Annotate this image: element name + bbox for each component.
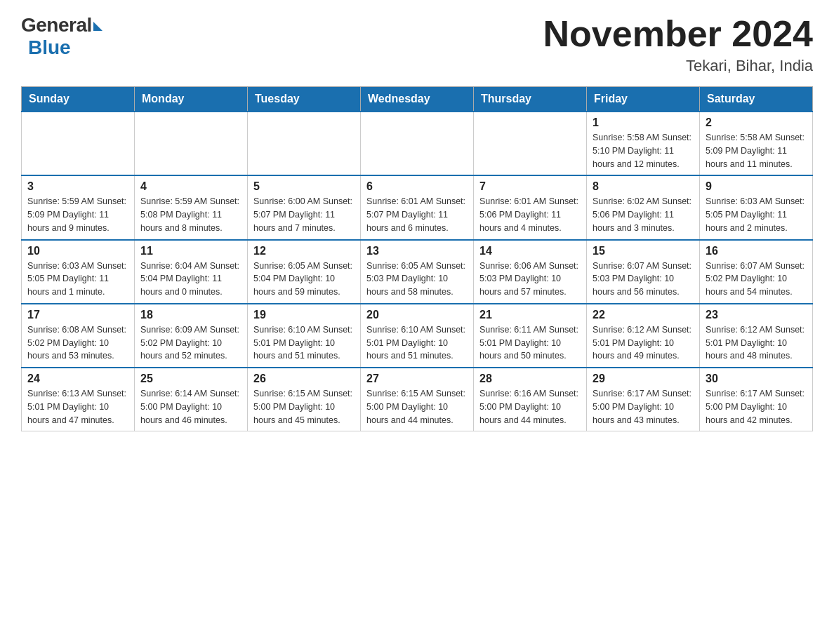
calendar-week-row: 3Sunrise: 5:59 AM Sunset: 5:09 PM Daylig…: [22, 175, 813, 239]
location-subtitle: Tekari, Bihar, India: [543, 57, 813, 75]
day-number: 15: [593, 245, 694, 257]
weekday-header-thursday: Thursday: [474, 87, 587, 112]
calendar-cell: [22, 112, 135, 175]
calendar-cell: 17Sunrise: 6:08 AM Sunset: 5:02 PM Dayli…: [22, 304, 135, 368]
day-info: Sunrise: 6:15 AM Sunset: 5:00 PM Dayligh…: [253, 387, 355, 427]
day-info: Sunrise: 6:01 AM Sunset: 5:07 PM Dayligh…: [366, 195, 468, 234]
calendar-cell: 25Sunrise: 6:14 AM Sunset: 5:00 PM Dayli…: [135, 368, 248, 431]
day-info: Sunrise: 6:09 AM Sunset: 5:02 PM Dayligh…: [140, 323, 241, 363]
calendar-cell: 27Sunrise: 6:15 AM Sunset: 5:00 PM Dayli…: [361, 368, 474, 431]
calendar-cell: 10Sunrise: 6:03 AM Sunset: 5:05 PM Dayli…: [22, 240, 135, 304]
logo-blue-text: Blue: [24, 36, 71, 59]
day-info: Sunrise: 6:13 AM Sunset: 5:01 PM Dayligh…: [27, 387, 128, 427]
calendar-cell: 7Sunrise: 6:01 AM Sunset: 5:06 PM Daylig…: [474, 175, 587, 239]
day-info: Sunrise: 6:01 AM Sunset: 5:06 PM Dayligh…: [479, 195, 581, 234]
calendar-cell: 4Sunrise: 5:59 AM Sunset: 5:08 PM Daylig…: [135, 175, 248, 239]
day-number: 3: [27, 180, 128, 193]
day-info: Sunrise: 6:15 AM Sunset: 5:00 PM Dayligh…: [366, 387, 468, 427]
calendar-cell: 21Sunrise: 6:11 AM Sunset: 5:01 PM Dayli…: [474, 304, 587, 368]
page-header: General Blue November 2024 Tekari, Bihar…: [21, 14, 813, 75]
day-number: 19: [253, 309, 355, 321]
logo-triangle-icon: [93, 22, 102, 31]
calendar-table: SundayMondayTuesdayWednesdayThursdayFrid…: [21, 86, 813, 431]
calendar-cell: 28Sunrise: 6:16 AM Sunset: 5:00 PM Dayli…: [474, 368, 587, 431]
day-number: 12: [253, 245, 355, 257]
calendar-cell: 29Sunrise: 6:17 AM Sunset: 5:00 PM Dayli…: [587, 368, 700, 431]
day-number: 18: [140, 309, 241, 321]
day-number: 13: [366, 245, 468, 257]
day-number: 23: [706, 309, 807, 321]
day-number: 24: [27, 373, 128, 385]
calendar-cell: [474, 112, 587, 175]
calendar-cell: 24Sunrise: 6:13 AM Sunset: 5:01 PM Dayli…: [22, 368, 135, 431]
calendar-cell: 5Sunrise: 6:00 AM Sunset: 5:07 PM Daylig…: [248, 175, 361, 239]
day-number: 11: [140, 245, 241, 257]
day-number: 22: [593, 309, 694, 321]
calendar-cell: 18Sunrise: 6:09 AM Sunset: 5:02 PM Dayli…: [135, 304, 248, 368]
day-number: 7: [479, 180, 581, 193]
calendar-week-row: 17Sunrise: 6:08 AM Sunset: 5:02 PM Dayli…: [22, 304, 813, 368]
day-number: 27: [366, 373, 468, 385]
day-info: Sunrise: 6:06 AM Sunset: 5:03 PM Dayligh…: [479, 260, 581, 299]
calendar-cell: 1Sunrise: 5:58 AM Sunset: 5:10 PM Daylig…: [587, 112, 700, 175]
day-number: 25: [140, 373, 241, 385]
calendar-cell: 8Sunrise: 6:02 AM Sunset: 5:06 PM Daylig…: [587, 175, 700, 239]
day-number: 10: [27, 245, 128, 257]
calendar-cell: 13Sunrise: 6:05 AM Sunset: 5:03 PM Dayli…: [361, 240, 474, 304]
weekday-header-saturday: Saturday: [700, 87, 813, 112]
day-info: Sunrise: 6:11 AM Sunset: 5:01 PM Dayligh…: [479, 323, 581, 363]
day-info: Sunrise: 6:12 AM Sunset: 5:01 PM Dayligh…: [593, 323, 694, 363]
calendar-cell: 12Sunrise: 6:05 AM Sunset: 5:04 PM Dayli…: [248, 240, 361, 304]
weekday-header-tuesday: Tuesday: [248, 87, 361, 112]
calendar-cell: 2Sunrise: 5:58 AM Sunset: 5:09 PM Daylig…: [700, 112, 813, 175]
day-number: 21: [479, 309, 581, 321]
weekday-header-wednesday: Wednesday: [361, 87, 474, 112]
day-number: 28: [479, 373, 581, 385]
calendar-cell: [135, 112, 248, 175]
calendar-cell: 19Sunrise: 6:10 AM Sunset: 5:01 PM Dayli…: [248, 304, 361, 368]
calendar-cell: 3Sunrise: 5:59 AM Sunset: 5:09 PM Daylig…: [22, 175, 135, 239]
day-info: Sunrise: 6:10 AM Sunset: 5:01 PM Dayligh…: [253, 323, 355, 363]
day-info: Sunrise: 6:02 AM Sunset: 5:06 PM Dayligh…: [593, 195, 694, 234]
day-info: Sunrise: 6:12 AM Sunset: 5:01 PM Dayligh…: [706, 323, 807, 363]
day-number: 4: [140, 180, 241, 193]
day-info: Sunrise: 6:16 AM Sunset: 5:00 PM Dayligh…: [479, 387, 581, 427]
day-info: Sunrise: 6:10 AM Sunset: 5:01 PM Dayligh…: [366, 323, 468, 363]
day-info: Sunrise: 6:08 AM Sunset: 5:02 PM Dayligh…: [27, 323, 128, 363]
day-number: 5: [253, 180, 355, 193]
calendar-cell: 22Sunrise: 6:12 AM Sunset: 5:01 PM Dayli…: [587, 304, 700, 368]
weekday-header-sunday: Sunday: [22, 87, 135, 112]
weekday-header-monday: Monday: [135, 87, 248, 112]
calendar-cell: 9Sunrise: 6:03 AM Sunset: 5:05 PM Daylig…: [700, 175, 813, 239]
day-number: 20: [366, 309, 468, 321]
calendar-week-row: 10Sunrise: 6:03 AM Sunset: 5:05 PM Dayli…: [22, 240, 813, 304]
day-number: 26: [253, 373, 355, 385]
day-info: Sunrise: 6:05 AM Sunset: 5:04 PM Dayligh…: [253, 260, 355, 299]
day-info: Sunrise: 6:00 AM Sunset: 5:07 PM Dayligh…: [253, 195, 355, 234]
month-year-title: November 2024: [543, 14, 813, 54]
day-info: Sunrise: 6:07 AM Sunset: 5:02 PM Dayligh…: [706, 260, 807, 299]
day-number: 9: [706, 180, 807, 193]
calendar-cell: 20Sunrise: 6:10 AM Sunset: 5:01 PM Dayli…: [361, 304, 474, 368]
day-info: Sunrise: 6:14 AM Sunset: 5:00 PM Dayligh…: [140, 387, 241, 427]
day-number: 2: [706, 116, 807, 129]
day-number: 17: [27, 309, 128, 321]
day-number: 30: [706, 373, 807, 385]
calendar-cell: 15Sunrise: 6:07 AM Sunset: 5:03 PM Dayli…: [587, 240, 700, 304]
day-number: 14: [479, 245, 581, 257]
calendar-cell: 14Sunrise: 6:06 AM Sunset: 5:03 PM Dayli…: [474, 240, 587, 304]
title-area: November 2024 Tekari, Bihar, India: [543, 14, 813, 75]
calendar-cell: [361, 112, 474, 175]
calendar-cell: 26Sunrise: 6:15 AM Sunset: 5:00 PM Dayli…: [248, 368, 361, 431]
day-info: Sunrise: 6:07 AM Sunset: 5:03 PM Dayligh…: [593, 260, 694, 299]
day-info: Sunrise: 6:17 AM Sunset: 5:00 PM Dayligh…: [593, 387, 694, 427]
calendar-week-row: 1Sunrise: 5:58 AM Sunset: 5:10 PM Daylig…: [22, 112, 813, 175]
day-info: Sunrise: 5:59 AM Sunset: 5:09 PM Dayligh…: [27, 195, 128, 234]
logo: General Blue: [21, 14, 102, 59]
weekday-header-friday: Friday: [587, 87, 700, 112]
day-number: 16: [706, 245, 807, 257]
day-info: Sunrise: 6:03 AM Sunset: 5:05 PM Dayligh…: [706, 195, 807, 234]
day-info: Sunrise: 6:17 AM Sunset: 5:00 PM Dayligh…: [706, 387, 807, 427]
day-number: 6: [366, 180, 468, 193]
day-info: Sunrise: 5:58 AM Sunset: 5:10 PM Dayligh…: [593, 131, 694, 170]
